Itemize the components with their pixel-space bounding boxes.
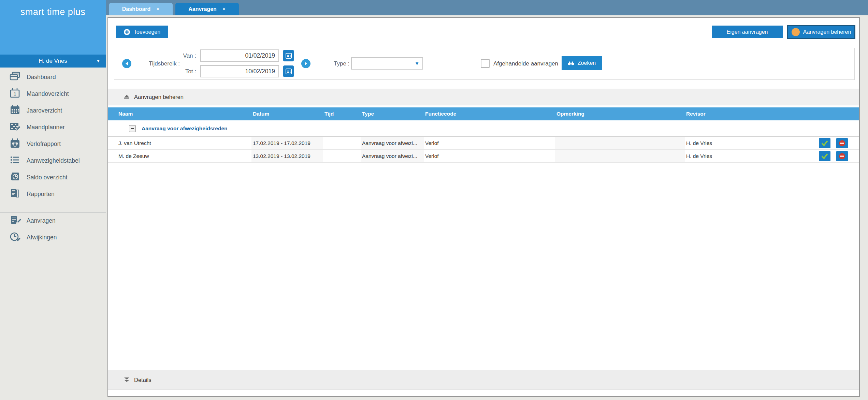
collapse-group-icon[interactable] — [129, 125, 136, 132]
tab-strip: Dashboard ✕ Aanvragen ✕ — [106, 0, 868, 15]
dropdown-arrow-icon: ▼ — [415, 61, 419, 66]
details-label: Details — [134, 377, 151, 383]
cell-revisor: H. de Vries — [685, 150, 816, 162]
calendar-icon — [285, 68, 292, 75]
cell-type: Aanvraag voor afwezi... — [361, 137, 424, 149]
cell-tijd — [323, 137, 361, 149]
to-date-input[interactable] — [200, 65, 279, 77]
sidebar-item-label: Maandoverzicht — [27, 90, 69, 98]
sidebar-item-dashboard[interactable]: Dashboard — [0, 69, 106, 86]
own-requests-button[interactable]: Eigen aanvragen — [712, 26, 783, 38]
manage-requests-label: Aanvragen beheren — [803, 29, 851, 35]
calendar-icon — [285, 52, 292, 59]
column-header-revisor[interactable]: Revisor — [685, 111, 816, 117]
table-group-row[interactable]: Aanvraag voor afwezigheidsreden — [108, 120, 859, 137]
cell-type: Aanvraag voor afwezi... — [361, 150, 424, 162]
cell-revisor: H. de Vries — [685, 137, 816, 149]
windows-icon — [9, 70, 21, 84]
own-requests-label: Eigen aanvragen — [727, 29, 768, 35]
sidebar-item-jaaroverzicht[interactable]: Jaaroverzicht — [0, 102, 106, 119]
previous-period-button[interactable] — [122, 59, 131, 68]
tab-dashboard-label: Dashboard — [122, 6, 151, 12]
sidebar-item-label: Verlofrapport — [27, 140, 61, 148]
calendar-pencil-icon — [9, 120, 21, 134]
calendar-grid-icon — [9, 104, 21, 118]
double-chevron-down-icon — [124, 377, 130, 383]
section-header-aanvragen-beheren[interactable]: Aanvragen beheren — [108, 89, 859, 105]
manage-requests-button[interactable]: Aanvragen beheren — [787, 25, 855, 39]
column-header-naam[interactable]: Naam — [108, 111, 251, 117]
sidebar-item-afwijkingen[interactable]: Afwijkingen — [0, 229, 106, 246]
orange-dot-icon — [792, 28, 800, 36]
search-button-label: Zoeken — [578, 60, 596, 66]
app-root: { "logo": { "text": "smart time plus" },… — [0, 0, 868, 400]
tab-dashboard[interactable]: Dashboard ✕ — [109, 3, 173, 15]
sidebar-item-verlofrapport[interactable]: Verlofrapport — [0, 136, 106, 152]
type-label: Type : — [334, 60, 349, 67]
binoculars-icon — [568, 61, 574, 65]
sidebar-item-label: Dashboard — [27, 74, 56, 81]
to-label: Tot : — [176, 68, 196, 75]
cell-opmerking — [555, 137, 685, 149]
user-menu[interactable]: H. de Vries ▼ — [0, 55, 106, 68]
completed-requests-label: Afgehandelde aanvragen — [493, 60, 558, 67]
column-header-tijd[interactable]: Tijd — [323, 111, 361, 117]
column-header-opmerking[interactable]: Opmerking — [555, 111, 685, 117]
reject-button[interactable] — [836, 151, 848, 161]
book-pencil-icon — [9, 214, 21, 228]
details-expander[interactable]: Details — [108, 370, 859, 390]
reject-button[interactable] — [836, 138, 848, 148]
sidebar-item-rapporten[interactable]: Rapporten — [0, 186, 106, 203]
add-button[interactable]: Toevoegen — [116, 26, 168, 38]
column-header-functiecode[interactable]: Functiecode — [424, 111, 555, 117]
approve-button[interactable] — [819, 138, 830, 148]
report-icon — [9, 187, 21, 201]
cell-naam: M. de Zeeuw — [108, 150, 251, 162]
sidebar-item-aanwezigheidstabel[interactable]: Aanwezigheidstabel — [0, 152, 106, 169]
check-icon — [821, 140, 828, 146]
to-calendar-button[interactable] — [283, 65, 294, 77]
sidebar-item-label: Rapporten — [27, 191, 55, 198]
from-date-input[interactable] — [200, 49, 279, 62]
sidebar-menu-secondary: Aanvragen Afwijkingen — [0, 212, 106, 246]
sidebar-item-label: Afwijkingen — [27, 234, 57, 241]
from-calendar-button[interactable] — [283, 50, 294, 61]
sidebar-item-aanvragen[interactable]: Aanvragen — [0, 212, 106, 229]
table-row[interactable]: J. van Utrecht 17.02.2019 - 17.02.2019 A… — [108, 137, 859, 150]
sidebar-menu: Dashboard 1 Maandoverzicht Jaaroverzich — [0, 68, 106, 203]
type-select[interactable]: ▼ — [351, 57, 423, 70]
cell-naam: J. van Utrecht — [108, 137, 251, 149]
sidebar-item-label: Aanwezigheidstabel — [27, 157, 80, 164]
approve-button[interactable] — [819, 151, 830, 161]
cell-functiecode: Verlof — [424, 137, 555, 149]
deny-icon — [838, 139, 846, 147]
next-period-button[interactable] — [301, 59, 310, 68]
tab-aanvragen[interactable]: Aanvragen ✕ — [175, 3, 239, 15]
tab-aanvragen-close-icon[interactable]: ✕ — [222, 6, 226, 12]
sidebar-item-saldo-overzicht[interactable]: Saldo overzicht — [0, 169, 106, 186]
search-button[interactable]: Zoeken — [562, 56, 602, 70]
tab-aanvragen-label: Aanvragen — [188, 6, 217, 12]
add-button-label: Toevoegen — [134, 29, 160, 35]
sidebar-item-label: Jaaroverzicht — [27, 107, 62, 114]
calendar-day-icon: 1 — [9, 87, 21, 101]
tab-dashboard-close-icon[interactable]: ✕ — [156, 6, 160, 12]
from-label: Van : — [176, 53, 196, 59]
cell-datum: 17.02.2019 - 17.02.2019 — [251, 137, 323, 149]
sidebar-item-maandoverzicht[interactable]: 1 Maandoverzicht — [0, 86, 106, 102]
column-header-datum[interactable]: Datum — [251, 111, 323, 117]
table-row[interactable]: M. de Zeeuw 13.02.2019 - 13.02.2019 Aanv… — [108, 150, 859, 163]
completed-requests-checkbox[interactable] — [481, 59, 490, 68]
arrow-right-icon — [304, 61, 308, 66]
table-header: Naam Datum Tijd Type Functiecode Opmerki… — [108, 107, 859, 120]
section-title: Aanvragen beheren — [134, 94, 184, 100]
column-header-type[interactable]: Type — [361, 111, 424, 117]
main-panel: Toevoegen Eigen aanvragen Aanvragen behe… — [107, 17, 860, 397]
sidebar: smart time plus H. de Vries ▼ Dashboard … — [0, 0, 106, 400]
app-logo: smart time plus — [0, 0, 106, 55]
svg-text:1: 1 — [14, 91, 16, 97]
sidebar-item-maandplanner[interactable]: Maandplanner — [0, 119, 106, 136]
deny-icon — [838, 152, 846, 160]
calendar-vacation-icon — [9, 137, 21, 151]
cell-opmerking — [555, 150, 685, 162]
